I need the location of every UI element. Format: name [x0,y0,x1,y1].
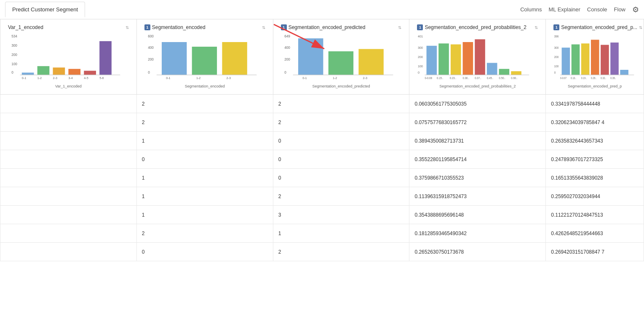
svg-text:100: 100 [554,65,558,68]
col-header-seg-enc-pred: 1 Segmentation_encoded_predicted ⇅ 649 4… [273,19,409,95]
svg-text:4-5: 4-5 [84,76,88,79]
cell-prob2: 0.3543888695696148 [409,206,546,224]
sort-icon-seg-enc-pred[interactable]: ⇅ [398,25,401,30]
tab-bar: Predict Customer Segment Columns ML Expl… [0,0,644,19]
svg-text:0-0.08: 0-0.08 [425,77,433,79]
flow-action[interactable]: Flow [614,6,625,13]
sort-icon-seg-enc[interactable]: ⇅ [262,25,265,30]
svg-rect-35 [298,38,323,75]
cell-var1 [0,206,137,224]
cell-prob2: 0.35522801195854714 [409,150,546,169]
cell-prob2: 0.3894350082713731 [409,132,546,150]
ml-explainer-action[interactable]: ML Explainer [548,6,580,13]
col-type-badge-seg-enc: 1 [144,24,150,30]
svg-rect-51 [475,39,486,75]
console-action[interactable]: Console [587,6,607,13]
table-row: 220.075757768301657720.3206234039785847 … [0,113,644,132]
cell-prob2: 0.3759866710355523 [409,169,546,187]
cell-seg-enc-pred: 0 [273,169,409,187]
sort-icon-prob-p[interactable]: ⇅ [639,25,642,30]
svg-text:0.30..: 0.30.. [463,77,470,79]
chart-prob-p: 396 300 200 100 0 [553,33,636,79]
svg-rect-25 [192,47,216,75]
cell-seg-enc: 2 [136,113,273,132]
svg-text:396: 396 [554,34,558,38]
svg-text:2-3: 2-3 [53,76,57,79]
cell-var1 [0,95,137,113]
table-body: 220.060305617753050350.33419787584444482… [0,95,644,261]
svg-text:0.13..: 0.13.. [571,77,577,79]
svg-rect-72 [591,40,599,75]
cell-seg-enc-pred: 2 [273,243,409,261]
cell-var1 [0,243,137,261]
cell-seg-enc: 0 [136,243,273,261]
cell-prob-p: 0.26358326443657343 [546,132,644,150]
svg-text:600: 600 [148,34,154,38]
svg-text:534: 534 [11,34,17,38]
cell-prob-p: 0.11221270124847513 [546,206,644,224]
svg-rect-54 [511,71,522,75]
table-row: 020.26526307501736780.2694203151708847 7 [0,243,644,261]
svg-text:0.19..: 0.19.. [581,77,587,79]
svg-text:0.50..: 0.50.. [499,77,506,79]
columns-action[interactable]: Columns [520,6,542,13]
col-header-var1: Var_1_encoded ⇅ 534 300 200 100 0 [0,19,137,95]
cell-seg-enc: 1 [136,187,273,206]
sort-icon-prob2[interactable]: ⇅ [534,25,538,30]
svg-rect-75 [620,70,629,75]
cell-var1 [0,132,137,150]
cell-seg-enc-pred: 1 [273,224,409,243]
svg-text:0: 0 [418,71,420,74]
svg-text:200: 200 [554,56,558,59]
svg-text:0: 0 [554,71,556,74]
svg-text:0: 0 [148,70,150,74]
settings-gear-icon[interactable]: ⚙ [632,5,639,14]
svg-text:649: 649 [284,34,290,38]
svg-text:300: 300 [418,46,423,50]
col-title-seg-enc: Segmentation_encoded [152,24,206,30]
svg-text:0-0.07: 0-0.07 [560,77,567,79]
cell-prob-p: 0.24789367017273325 [546,150,644,169]
svg-text:0.39..: 0.39.. [610,77,616,79]
svg-text:0: 0 [284,70,286,74]
cell-prob2: 0.11396315918752473 [409,187,546,206]
svg-text:0-1: 0-1 [302,76,307,79]
svg-rect-7 [22,73,34,75]
svg-text:300: 300 [11,43,17,48]
cell-seg-enc-pred: 2 [273,187,409,206]
svg-rect-8 [37,66,50,75]
cell-var1 [0,169,137,187]
svg-text:100: 100 [11,62,17,66]
top-right-actions: Columns ML Explainer Console Flow ⚙ [520,5,639,14]
svg-rect-49 [451,45,461,75]
svg-text:0.26..: 0.26.. [591,77,597,79]
col-type-badge-prob2: 1 [417,24,423,30]
data-table-container: Var_1_encoded ⇅ 534 300 200 100 0 [0,19,644,318]
tab-predict-customer-segment[interactable]: Predict Customer Segment [5,2,85,17]
cell-prob-p: 0.42626485219544663 [546,224,644,243]
table-row: 220.060305617753050350.3341978758444448 [0,95,644,113]
col-header-prob-p: 1 Segmentation_encoded_pred_p... ⇅ 396 3… [546,19,644,95]
svg-text:200: 200 [148,57,154,61]
sort-icon-var1[interactable]: ⇅ [126,25,129,30]
data-table: Var_1_encoded ⇅ 534 300 200 100 0 [0,19,644,261]
table-row: 210.181285934654903420.42626485219544663 [0,224,644,243]
svg-rect-26 [222,42,247,75]
cell-prob-p: 0.3206234039785847 4 [546,113,644,132]
table-row: 100.37598667103555230.16513355643839028 [0,169,644,187]
svg-text:1-2: 1-2 [37,76,42,79]
col-title-prob2: Segmentation_encoded_pred_probabilities_… [425,24,526,30]
svg-rect-69 [562,48,570,75]
svg-text:1-2: 1-2 [196,76,200,79]
svg-rect-11 [84,71,96,75]
cell-prob2: 0.06030561775305035 [409,95,546,113]
col-title-prob-p: Segmentation_encoded_pred_p... [561,24,637,30]
cell-seg-enc: 1 [136,206,273,224]
chart-seg-enc: 600 400 200 0 0-1 1-2 2-3 [144,33,265,79]
cell-seg-enc: 1 [136,132,273,150]
chart-xlabel-var1: Var_1_encoded [8,84,129,88]
col-header-prob2: 1 Segmentation_encoded_pred_probabilitie… [409,19,546,95]
col-title-seg-enc-pred: Segmentation_encoded_predicted [289,24,366,30]
col-type-badge-prob-p: 1 [553,24,559,30]
table-row: 120.113963159187524730.2595027032034944 [0,187,644,206]
